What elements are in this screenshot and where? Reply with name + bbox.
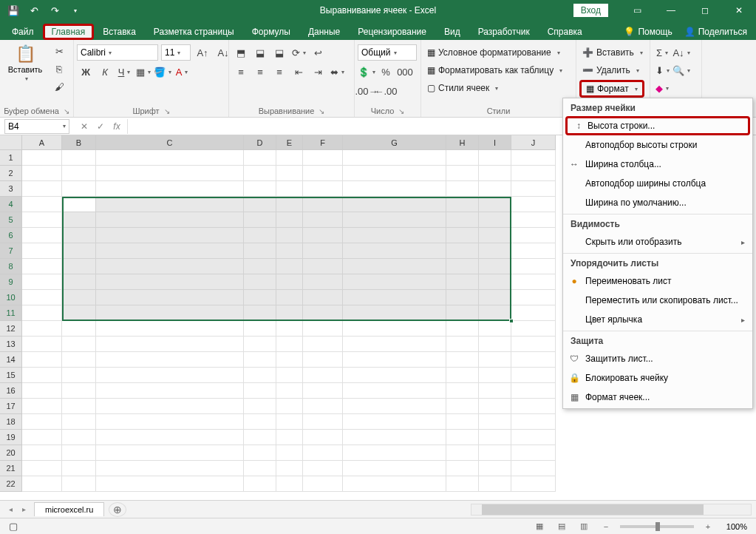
merge-icon[interactable]: ⬌▾: [328, 64, 346, 80]
save-icon[interactable]: 💾: [4, 1, 22, 19]
cell[interactable]: [303, 445, 343, 461]
cell[interactable]: [343, 461, 446, 476]
cell[interactable]: [479, 305, 511, 321]
cell[interactable]: [276, 181, 303, 197]
dialog-launcher-icon[interactable]: ↘: [398, 107, 404, 115]
format-as-table-button[interactable]: ▦Форматировать как таблицу▾: [424, 62, 565, 78]
cell[interactable]: [22, 383, 62, 399]
cell[interactable]: [511, 399, 556, 414]
tab-file[interactable]: Файл: [3, 24, 43, 40]
cell[interactable]: [244, 399, 276, 414]
cell[interactable]: [303, 212, 343, 228]
find-icon[interactable]: 🔍▾: [672, 62, 690, 78]
cell[interactable]: [244, 368, 276, 383]
row-header[interactable]: 6: [0, 228, 22, 243]
increase-font-icon[interactable]: A↑: [194, 44, 211, 61]
cell[interactable]: [479, 212, 511, 228]
cell[interactable]: [276, 383, 303, 399]
font-size-combo[interactable]: 11▾: [161, 44, 191, 61]
record-macro-icon[interactable]: ▢: [4, 518, 22, 535]
cell[interactable]: [479, 399, 511, 414]
normal-view-icon[interactable]: ▦: [531, 520, 548, 533]
menu-default-width[interactable]: Ширина по умолчанию...: [563, 193, 752, 212]
cell[interactable]: [96, 274, 244, 290]
cell[interactable]: [343, 150, 446, 166]
cell[interactable]: [511, 181, 556, 197]
row-header[interactable]: 7: [0, 243, 22, 259]
cell[interactable]: [96, 181, 244, 197]
cell[interactable]: [479, 243, 511, 259]
bold-button[interactable]: Ж: [77, 64, 95, 80]
cell[interactable]: [303, 430, 343, 445]
cell[interactable]: [479, 274, 511, 290]
autosum-icon[interactable]: Σ▾: [653, 44, 671, 61]
cell[interactable]: [511, 212, 556, 228]
menu-autofit-row[interactable]: Автоподбор высоты строки: [563, 135, 752, 155]
zoom-slider[interactable]: [620, 525, 694, 528]
cell[interactable]: [479, 430, 511, 445]
ribbon-options-icon[interactable]: ▭: [620, 0, 654, 21]
cell[interactable]: [446, 166, 479, 181]
cell[interactable]: [511, 305, 556, 321]
cell[interactable]: [303, 383, 343, 399]
orientation-icon[interactable]: ⟳▾: [290, 44, 307, 61]
row-header[interactable]: 12: [0, 321, 22, 337]
cell[interactable]: [303, 181, 343, 197]
cell[interactable]: [446, 476, 479, 492]
tab-developer[interactable]: Разработчик: [469, 24, 539, 40]
cell[interactable]: [96, 243, 244, 259]
cell[interactable]: [276, 166, 303, 181]
cell[interactable]: [479, 352, 511, 368]
decrease-indent-icon[interactable]: ⇤: [290, 64, 307, 80]
cell[interactable]: [479, 228, 511, 243]
cell[interactable]: [446, 305, 479, 321]
cell[interactable]: [511, 414, 556, 430]
cell[interactable]: [62, 368, 96, 383]
zoom-level[interactable]: 100%: [722, 522, 752, 531]
menu-autofit-column[interactable]: Автоподбор ширины столбца: [563, 174, 752, 193]
percent-icon[interactable]: %: [377, 64, 395, 80]
cell[interactable]: [446, 430, 479, 445]
cell[interactable]: [22, 181, 62, 197]
fill-icon[interactable]: ⬇▾: [653, 62, 671, 78]
tab-insert[interactable]: Вставка: [94, 24, 145, 40]
cell[interactable]: [446, 274, 479, 290]
cell[interactable]: [62, 414, 96, 430]
cell[interactable]: [446, 414, 479, 430]
menu-format-cells[interactable]: ▦Формат ячеек...: [563, 388, 752, 407]
cell[interactable]: [62, 197, 96, 212]
cell[interactable]: [22, 337, 62, 352]
cell[interactable]: [22, 461, 62, 476]
cell[interactable]: [96, 228, 244, 243]
decrease-decimal-icon[interactable]: ←.00: [377, 83, 395, 99]
cell[interactable]: [276, 228, 303, 243]
cell[interactable]: [446, 352, 479, 368]
cell[interactable]: [511, 150, 556, 166]
cell[interactable]: [62, 305, 96, 321]
cell[interactable]: [303, 274, 343, 290]
cell[interactable]: [303, 337, 343, 352]
cell[interactable]: [62, 445, 96, 461]
cell[interactable]: [62, 259, 96, 274]
align-left-icon[interactable]: ≡: [232, 64, 250, 80]
column-header[interactable]: J: [511, 135, 556, 150]
menu-rename-sheet[interactable]: ●Переименовать лист: [563, 271, 752, 291]
cell[interactable]: [244, 321, 276, 337]
cell[interactable]: [511, 166, 556, 181]
cell[interactable]: [96, 212, 244, 228]
cell[interactable]: [446, 259, 479, 274]
cell[interactable]: [303, 305, 343, 321]
column-header[interactable]: H: [446, 135, 479, 150]
cell[interactable]: [479, 445, 511, 461]
row-header[interactable]: 13: [0, 337, 22, 352]
cell[interactable]: [479, 259, 511, 274]
cell[interactable]: [303, 368, 343, 383]
wrap-text-icon[interactable]: ↩: [309, 44, 327, 61]
cell[interactable]: [244, 243, 276, 259]
cell[interactable]: [276, 197, 303, 212]
cell[interactable]: [96, 445, 244, 461]
cell[interactable]: [276, 430, 303, 445]
align-middle-icon[interactable]: ⬓: [251, 44, 269, 61]
tab-view[interactable]: Вид: [435, 24, 469, 40]
cell[interactable]: [276, 305, 303, 321]
